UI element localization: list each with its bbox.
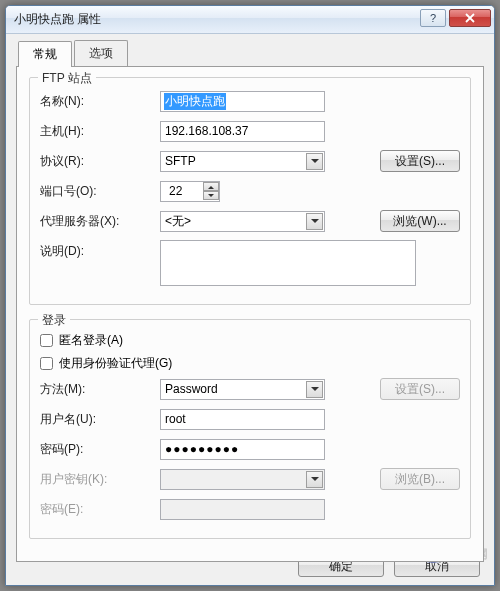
port-label: 端口号(O): — [40, 183, 160, 200]
chevron-down-icon — [306, 471, 323, 488]
port-spinner[interactable] — [160, 181, 220, 202]
proxy-value: <无> — [165, 213, 191, 230]
userkey-select — [160, 469, 325, 490]
tab-general[interactable]: 常规 — [18, 41, 72, 67]
spinner-up-icon[interactable] — [203, 182, 219, 191]
username-label: 用户名(U): — [40, 411, 160, 428]
description-textarea[interactable] — [160, 240, 416, 286]
method-value: Password — [165, 382, 218, 396]
anonymous-checkbox[interactable] — [40, 334, 53, 347]
tab-panel: FTP 站点 名称(N): 小明快点跑 主机(H): 协议(R): SFTP — [16, 66, 484, 562]
properties-dialog: 小明快点跑 属性 ? 常规 选项 FTP 站点 名称(N): 小明快点跑 — [5, 5, 495, 586]
proxy-browse-button[interactable]: 浏览(W)... — [380, 210, 460, 232]
chevron-down-icon — [306, 153, 323, 170]
protocol-label: 协议(R): — [40, 153, 160, 170]
method-settings-button: 设置(S)... — [380, 378, 460, 400]
close-icon — [464, 13, 476, 23]
host-input[interactable] — [160, 121, 325, 142]
host-label: 主机(H): — [40, 123, 160, 140]
protocol-value: SFTP — [165, 154, 196, 168]
dialog-body: 常规 选项 FTP 站点 名称(N): 小明快点跑 主机(H): 协议(R — [6, 34, 494, 562]
window-title: 小明快点跑 属性 — [14, 11, 420, 28]
close-button[interactable] — [449, 9, 491, 27]
protocol-select[interactable]: SFTP — [160, 151, 325, 172]
auth-agent-label: 使用身份验证代理(G) — [59, 355, 172, 372]
port-input[interactable] — [165, 183, 203, 200]
tab-bar: 常规 选项 — [18, 40, 484, 66]
chevron-down-icon — [306, 381, 323, 398]
name-label: 名称(N): — [40, 93, 160, 110]
spinner-down-icon[interactable] — [203, 191, 219, 200]
username-input[interactable] — [160, 409, 325, 430]
userkey-browse-button: 浏览(B)... — [380, 468, 460, 490]
tab-options[interactable]: 选项 — [74, 40, 128, 66]
help-button[interactable]: ? — [420, 9, 446, 27]
auth-agent-checkbox[interactable] — [40, 357, 53, 370]
titlebar[interactable]: 小明快点跑 属性 ? — [6, 6, 494, 34]
chevron-down-icon — [306, 213, 323, 230]
userkey-label: 用户密钥(K): — [40, 471, 160, 488]
name-input[interactable]: 小明快点跑 — [160, 91, 325, 112]
keypass-label: 密码(E): — [40, 501, 160, 518]
anonymous-label: 匿名登录(A) — [59, 332, 123, 349]
keypass-input — [160, 499, 325, 520]
ftp-site-legend: FTP 站点 — [38, 70, 96, 87]
method-label: 方法(M): — [40, 381, 160, 398]
proxy-label: 代理服务器(X): — [40, 213, 160, 230]
protocol-settings-button[interactable]: 设置(S)... — [380, 150, 460, 172]
description-label: 说明(D): — [40, 240, 160, 260]
login-group: 登录 匿名登录(A) 使用身份验证代理(G) 方法(M): Password — [29, 319, 471, 539]
method-select[interactable]: Password — [160, 379, 325, 400]
proxy-select[interactable]: <无> — [160, 211, 325, 232]
ftp-site-group: FTP 站点 名称(N): 小明快点跑 主机(H): 协议(R): SFTP — [29, 77, 471, 305]
password-input[interactable] — [160, 439, 325, 460]
password-label: 密码(P): — [40, 441, 160, 458]
name-value: 小明快点跑 — [164, 93, 226, 110]
login-legend: 登录 — [38, 312, 70, 329]
